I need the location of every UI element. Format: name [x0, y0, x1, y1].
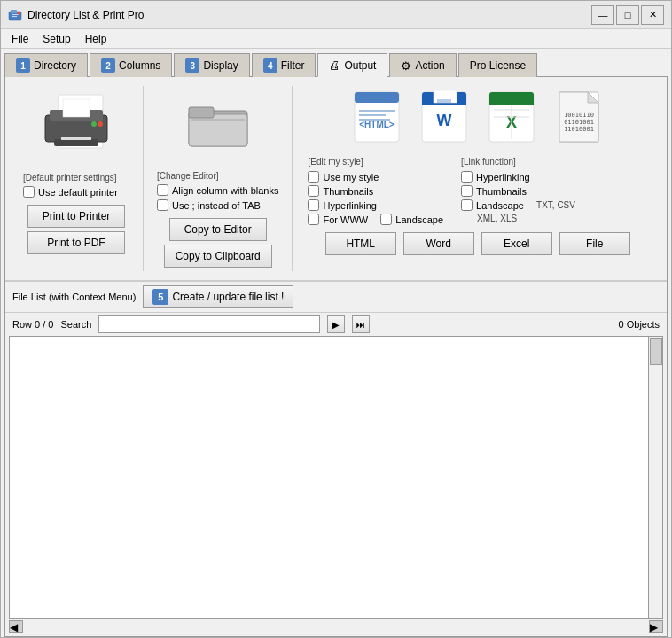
svg-rect-29	[437, 99, 451, 103]
word-icon-item[interactable]: W	[413, 86, 475, 148]
print-to-printer-button[interactable]: Print to Printer	[27, 205, 125, 228]
tab-action[interactable]: ⚙ Action	[389, 53, 456, 77]
search-forward-button[interactable]: ▶	[327, 315, 345, 333]
align-column-checkbox[interactable]	[157, 184, 168, 196]
svg-rect-33	[489, 97, 534, 105]
create-file-list-button[interactable]: 5 Create / update file list !	[143, 285, 293, 308]
svg-text:11010001: 11010001	[564, 126, 594, 133]
editor-section: [Change Editor] Align column with blanks…	[148, 86, 287, 271]
scroll-track	[23, 620, 649, 633]
excel-button[interactable]: Excel	[481, 232, 552, 255]
use-default-printer-checkbox[interactable]	[23, 186, 35, 198]
for-www-label: For WWW	[323, 214, 368, 225]
tab-number-3: 3	[185, 58, 199, 73]
svg-rect-22	[359, 110, 395, 112]
search-input[interactable]	[98, 315, 320, 333]
tabs-container: 1 Directory 2 Columns 3 Display 4 Filter…	[1, 49, 671, 76]
svg-text:10010110: 10010110	[564, 112, 594, 119]
thumbnails-label-left: Thumbnails	[323, 186, 373, 197]
align-column-label: Align column with blanks	[172, 185, 278, 196]
file-list-bar: File List (with Context Menu) 5 Create /…	[5, 281, 667, 312]
thumbnails-checkbox-right[interactable]	[461, 185, 473, 197]
title-bar: Directory List & Print Pro — □ ✕	[1, 1, 671, 29]
svg-rect-24	[359, 119, 390, 121]
divider-2	[292, 86, 293, 271]
use-default-printer-label: Use default printer	[38, 187, 118, 198]
tab-label-columns: Columns	[119, 59, 160, 72]
svg-point-12	[91, 121, 97, 127]
action-tab-icon: ⚙	[401, 59, 411, 73]
file-icon-item[interactable]: 10010110 01101001 11010001	[548, 86, 610, 148]
tab-label-filter: Filter	[281, 59, 305, 72]
svg-rect-10	[54, 139, 98, 146]
print-to-pdf-button[interactable]: Print to PDF	[27, 231, 125, 254]
hyperlinking-label-left: Hyperlinking	[323, 200, 377, 211]
svg-rect-17	[189, 107, 214, 118]
main-window: Directory List & Print Pro — □ ✕ File Se…	[0, 0, 672, 638]
html-button[interactable]: HTML	[325, 232, 396, 255]
landscape-checkbox-left[interactable]	[380, 214, 392, 225]
left-options: [Edit my style] Use my style Thumbnails …	[308, 157, 443, 225]
svg-text:W: W	[436, 112, 451, 129]
menu-setup[interactable]: Setup	[35, 31, 77, 47]
file-button[interactable]: File	[559, 232, 630, 255]
landscape-checkbox-right[interactable]	[461, 199, 473, 211]
copy-to-clipboard-button[interactable]: Copy to Clipboard	[164, 245, 272, 268]
horizontal-scrollbar[interactable]: ◀ ▶	[9, 619, 663, 633]
vertical-scrollbar[interactable]	[648, 337, 662, 618]
output-buttons: HTML Word Excel File	[304, 232, 651, 255]
tab-display[interactable]: 3 Display	[174, 53, 249, 77]
copy-to-editor-button[interactable]: Copy to Editor	[169, 218, 267, 241]
semicolon-label: Use ; instead of TAB	[172, 200, 261, 211]
svg-rect-18	[191, 119, 245, 121]
app-icon	[8, 8, 22, 22]
for-www-checkbox[interactable]	[308, 214, 319, 225]
tab-columns[interactable]: 2 Columns	[90, 53, 172, 77]
printer-icon: PDF	[23, 86, 129, 166]
hyperlinking-checkbox-left[interactable]	[308, 199, 319, 211]
hyperlinking-checkbox-right[interactable]	[461, 171, 473, 183]
close-button[interactable]: ✕	[641, 5, 664, 25]
scroll-left-btn[interactable]: ◀	[9, 620, 23, 633]
search-end-button[interactable]: ⏭	[352, 315, 370, 333]
semicolon-checkbox[interactable]	[157, 199, 168, 211]
scroll-right-btn[interactable]: ▶	[649, 620, 663, 633]
maximize-button[interactable]: □	[616, 5, 639, 25]
change-editor-label: [Change Editor]	[157, 171, 219, 181]
excel-icon-item[interactable]: X	[481, 86, 543, 148]
folder-icon	[178, 86, 258, 157]
use-my-style-checkbox[interactable]	[308, 171, 319, 183]
tab-number-4: 4	[263, 58, 277, 73]
hyperlinking-label-right: Hyperlinking	[476, 172, 530, 183]
window-controls: — □ ✕	[591, 5, 664, 25]
tab-label-directory: Directory	[34, 59, 76, 72]
thumbnails-checkbox-left[interactable]	[308, 185, 319, 197]
tab-label-display: Display	[203, 59, 238, 72]
minimize-button[interactable]: —	[591, 5, 614, 25]
menu-help[interactable]: Help	[78, 31, 114, 47]
tab-directory[interactable]: 1 Directory	[4, 53, 88, 77]
output-tab-icon: 🖨	[329, 58, 340, 72]
tab-number-2: 2	[101, 58, 115, 73]
tab-output[interactable]: 🖨 Output	[317, 53, 387, 77]
svg-rect-14	[63, 99, 90, 117]
word-button[interactable]: Word	[403, 232, 474, 255]
divider-1	[143, 86, 144, 271]
row-info: Row 0 / 0	[12, 319, 53, 330]
tab-filter[interactable]: 4 Filter	[252, 53, 316, 77]
html-icon-item[interactable]: <HTML>	[346, 86, 408, 148]
svg-rect-1	[11, 10, 17, 13]
search-label: Search	[60, 319, 91, 330]
default-printer-label: [Default printer settings]	[23, 173, 117, 183]
svg-rect-20	[355, 92, 399, 103]
window-title: Directory List & Print Pro	[27, 9, 591, 21]
svg-text:01101001: 01101001	[564, 119, 594, 126]
step-badge: 5	[152, 289, 168, 305]
printer-section: PDF [Default printer settings	[14, 86, 138, 271]
tab-pro-license[interactable]: Pro License	[458, 53, 537, 77]
svg-rect-23	[359, 114, 386, 116]
landscape-label-right: Landscape	[476, 200, 524, 211]
menu-bar: File Setup Help	[1, 29, 671, 49]
scrollbar-thumb[interactable]	[650, 338, 662, 365]
menu-file[interactable]: File	[4, 31, 35, 47]
